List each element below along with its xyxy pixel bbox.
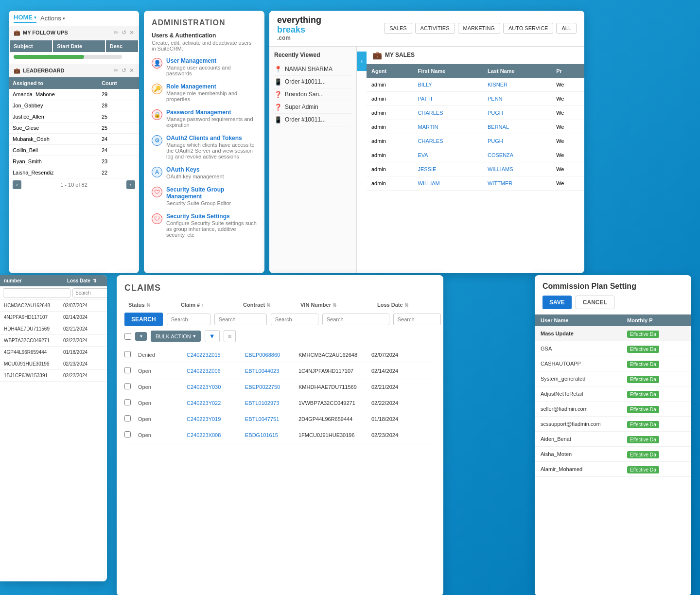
sales-firstname[interactable]: PATTI (413, 91, 483, 105)
commission-cancel-btn[interactable]: CANCEL (576, 296, 614, 309)
leaderboard-assigned: Sue_Giese (9, 122, 98, 134)
vin-number: HDH4AE7DU711569 (4, 326, 63, 332)
refresh-icon[interactable]: ↺ (122, 29, 126, 36)
admin-item[interactable]: 🛡 Security Suite Group Management Securi… (152, 186, 257, 206)
admin-item[interactable]: A OAuth Keys OAuth key management (152, 166, 257, 179)
row-checkbox[interactable] (124, 431, 131, 438)
vin-loss-date: 02/23/2024 (63, 361, 103, 367)
sales-lastname[interactable]: WITTMER (483, 176, 551, 190)
filter-icon-btn[interactable]: ▼ (205, 330, 220, 342)
edit-icon-lb[interactable]: ✏ (114, 67, 119, 74)
bulk-caret-icon: ▾ (193, 333, 196, 339)
search-contract-input[interactable] (271, 314, 318, 325)
row-loss: 02/21/2024 (371, 384, 425, 390)
search-claim-input[interactable] (214, 314, 267, 325)
leader-col-count: Count (98, 77, 139, 89)
admin-item[interactable]: 🔑 Role Management Manage role membership… (152, 83, 257, 102)
row-claim[interactable]: C240223Y019 (187, 416, 245, 422)
sales-firstname[interactable]: JESSIE (413, 162, 483, 176)
sales-pr: We (551, 105, 584, 120)
admin-title: ADMINISTRATION (152, 18, 257, 27)
row-claim[interactable]: C240223Z015 (187, 352, 245, 358)
row-checkbox[interactable] (124, 383, 131, 389)
row-claim[interactable]: C240223Y022 (187, 400, 245, 406)
recently-viewed-item[interactable]: ❓Brandon San... (274, 88, 351, 101)
row-contract[interactable]: EBTL0047751 (245, 416, 298, 422)
checkbox-dropdown-btn[interactable]: ▾ (135, 332, 147, 341)
tab-home[interactable]: HOME ▾ (14, 14, 36, 23)
next-page-btn[interactable]: › (126, 180, 135, 189)
sales-row: admin WILLIAM WITTMER We (367, 176, 584, 190)
sales-lastname[interactable]: WILLIAMS (483, 162, 551, 176)
admin-item[interactable]: 👤 User Management Manage user accounts a… (152, 57, 257, 76)
sales-firstname[interactable]: WILLIAM (413, 176, 483, 190)
row-contract[interactable]: EBTL0102973 (245, 400, 298, 406)
claims-search-button[interactable]: SEARCH (124, 313, 163, 326)
effective-badge: Effective Da (627, 376, 659, 383)
search-vin-input[interactable] (322, 314, 389, 325)
admin-item-icon: 🔑 (152, 84, 162, 94)
sales-lastname[interactable]: KISNER (483, 78, 551, 92)
commission-col-monthly-header: Monthly P (627, 317, 685, 323)
eb-nav-item[interactable]: SALES (384, 23, 412, 34)
admin-item[interactable]: ⚙ OAuth2 Clients and Tokens Manage which… (152, 135, 257, 159)
sales-lastname[interactable]: PUGH (483, 134, 551, 148)
prev-page-btn[interactable]: ‹ (13, 180, 21, 189)
sales-row: admin JESSIE WILLIAMS We (367, 162, 584, 176)
refresh-icon-lb[interactable]: ↺ (122, 67, 126, 74)
leaderboard-row: Ryan_Smith23 (9, 156, 139, 167)
row-claim[interactable]: C240223Z006 (187, 368, 245, 374)
close-icon-lb[interactable]: ✕ (129, 67, 134, 74)
rv-label: Brandon San... (285, 91, 324, 98)
recently-viewed-item[interactable]: 📍NAMAN SHARMA (274, 63, 351, 76)
edit-icon[interactable]: ✏ (114, 29, 119, 36)
sidebar-toggle-btn[interactable]: ‹ (357, 52, 367, 71)
vin-search-input2[interactable] (72, 288, 107, 298)
search-loss-input[interactable] (393, 314, 441, 325)
admin-item[interactable]: 🛡 Security Suite Settings Configure Secu… (152, 213, 257, 238)
row-claim[interactable]: C240223X008 (187, 432, 245, 438)
sales-firstname[interactable]: CHARLES (413, 134, 483, 148)
bulk-action-btn[interactable]: BULK ACTION ▾ (151, 331, 201, 342)
vin-loss-date: 02/22/2024 (63, 338, 103, 343)
row-checkbox[interactable] (124, 351, 131, 357)
eb-nav-item[interactable]: ACTIVITIES (415, 23, 455, 34)
close-icon[interactable]: ✕ (129, 29, 134, 36)
recently-viewed-item[interactable]: 📱Order #10011... (274, 114, 351, 126)
admin-item[interactable]: 🔒 Password Management Manage password re… (152, 109, 257, 128)
row-contract[interactable]: EBTL0044023 (245, 368, 298, 374)
sales-firstname[interactable]: BILLY (413, 78, 483, 92)
eb-nav-item[interactable]: AUTO SERVICE (503, 23, 554, 34)
eb-nav-item[interactable]: MARKETING (458, 23, 500, 34)
row-checkbox[interactable] (124, 415, 131, 421)
tab-actions[interactable]: Actions ▾ (40, 15, 65, 22)
eb-body: Recently Viewed 📍NAMAN SHARMA📱Order #100… (269, 47, 584, 273)
sales-firstname[interactable]: CHARLES (413, 105, 483, 120)
select-all-checkbox[interactable] (124, 333, 131, 340)
vin-search-input1[interactable] (3, 288, 70, 298)
recently-viewed-item[interactable]: ❓Super Admin (274, 101, 351, 114)
sales-lastname[interactable]: BERNAL (483, 120, 551, 134)
admin-item-icon: A (152, 167, 162, 177)
sales-lastname[interactable]: COSENZA (483, 148, 551, 162)
row-checkbox[interactable] (124, 399, 131, 405)
effective-badge: Effective Da (627, 361, 659, 368)
commission-save-btn[interactable]: SAVE (542, 296, 572, 309)
row-checkbox[interactable] (124, 367, 131, 373)
claims-title: CLAIMS (124, 283, 436, 293)
recently-viewed-item[interactable]: 📱Order #10011... (274, 76, 351, 88)
row-claim[interactable]: C240223Y030 (187, 384, 245, 390)
view-icon-btn[interactable]: ≡ (224, 330, 236, 342)
commission-row: Aiden_Benat Effective Da (535, 432, 691, 447)
sales-lastname[interactable]: PENN (483, 91, 551, 105)
vin-number: 4GP44L96R659444 (4, 350, 63, 355)
vin-data-row: 4GP44L96R65944401/18/2024 (0, 347, 107, 358)
eb-nav-item[interactable]: ALL (556, 23, 577, 34)
search-status-input[interactable] (167, 314, 210, 325)
row-contract[interactable]: EBDG101615 (245, 432, 298, 438)
sales-firstname[interactable]: EVA (413, 148, 483, 162)
sales-firstname[interactable]: MARTIN (413, 120, 483, 134)
row-contract[interactable]: EBEP0022750 (245, 384, 298, 390)
sales-lastname[interactable]: PUGH (483, 105, 551, 120)
row-contract[interactable]: EBEP0068860 (245, 352, 298, 358)
